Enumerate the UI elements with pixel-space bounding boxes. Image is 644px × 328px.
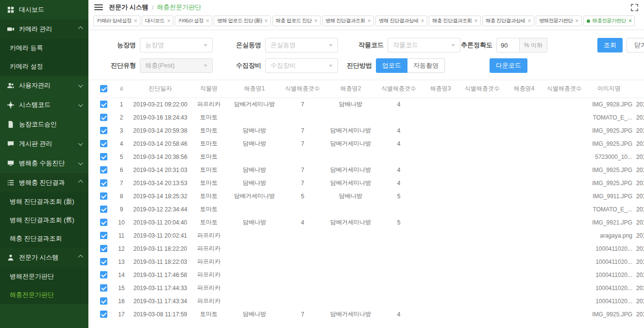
close-icon[interactable]: × <box>628 18 631 24</box>
tab[interactable]: 해충 진단결과상세× <box>482 16 534 26</box>
row-checkbox[interactable] <box>100 297 107 305</box>
cell-c2 <box>377 229 421 242</box>
tab[interactable]: 카메라 설정× <box>175 16 212 26</box>
tab[interactable]: 병해전문가판단× <box>536 16 582 26</box>
cell-reg: 201 <box>633 124 644 137</box>
row-checkbox[interactable] <box>100 271 107 278</box>
table-row[interactable]: 12019-03-21 09:22:00파프리카담배거세미나방7담배나방4IMG… <box>95 98 644 111</box>
active-tab-dot-icon <box>587 19 590 23</box>
table-row[interactable]: 162019-03-11 17:43:34파프리카1000411020...20… <box>95 294 644 308</box>
cell-p4 <box>504 216 544 229</box>
tab[interactable]: 병해 진단결과조회× <box>322 16 374 26</box>
row-checkbox[interactable] <box>100 258 107 265</box>
farm-select[interactable]: 농장명 <box>140 38 213 52</box>
crop-code-select[interactable]: 작물코드 <box>388 38 460 52</box>
chevron-down-icon <box>203 44 207 47</box>
sidebar-subitem[interactable]: 해충 진단결과조회 <box>0 229 88 248</box>
table-row[interactable]: 122019-03-11 18:22:20파프리카1000411020...20… <box>95 242 644 255</box>
row-checkbox[interactable] <box>100 179 107 187</box>
tab[interactable]: 대시보드× <box>142 16 173 26</box>
sidebar-subitem[interactable]: 병해 진단결과조회 (舊) <box>0 211 88 229</box>
table-row[interactable]: 32019-03-14 20:59:38토마토담배나방7담배거세미나방4IMG_… <box>95 124 644 137</box>
method-auto-button[interactable]: 자동촬영 <box>407 58 445 73</box>
row-checkbox[interactable] <box>100 232 107 239</box>
chevron-up-icon <box>78 255 83 259</box>
tab[interactable]: 해충 진단결과조회× <box>429 16 481 26</box>
table-row[interactable]: 142019-03-11 17:46:58파프리카1000411020...20… <box>95 268 644 281</box>
cell-crop: 파프리카 <box>189 98 228 111</box>
tab[interactable]: 카메라 상세설정× <box>93 16 140 26</box>
select-all-checkbox[interactable] <box>100 85 107 92</box>
cell-date: 2019-03-11 18:22:03 <box>131 255 189 268</box>
row-checkbox[interactable] <box>100 140 107 147</box>
tab[interactable]: 해충 업로드 진단× <box>272 16 321 26</box>
sidebar-subitem[interactable]: 카메라 등록 <box>0 39 88 57</box>
close-icon[interactable]: × <box>368 18 371 24</box>
tab[interactable]: 병해 업로드 진단 (新)× <box>214 16 271 26</box>
cell-c1: 5 <box>281 190 324 203</box>
row-checkbox[interactable] <box>100 284 107 292</box>
table-row[interactable]: 172019-03-08 11:17:59토마토담배나방7담배거세미나방4IMG… <box>95 308 644 321</box>
hamburger-menu-icon[interactable] <box>94 4 103 10</box>
greenhouse-select[interactable]: 온실동명 <box>265 38 338 52</box>
row-checkbox[interactable] <box>100 219 107 226</box>
row-checkbox[interactable] <box>100 206 107 213</box>
search-button[interactable]: 조회 <box>597 38 623 52</box>
table-row[interactable]: 42019-03-14 20:58:46토마토담배나방7담배거세미나방4IMG_… <box>95 137 644 150</box>
sidebar-subitem[interactable]: 병해전문가판단 <box>0 267 88 286</box>
table-row[interactable]: 72019-03-14 20:13:53토마토담배나방7담배거세미나방4IMG_… <box>95 176 644 190</box>
row-checkbox[interactable] <box>100 153 107 160</box>
sidebar-item[interactable]: 게시판 관리 <box>0 134 88 154</box>
close-button[interactable]: 닫기 <box>627 38 644 52</box>
close-icon[interactable]: × <box>575 18 578 24</box>
table-row[interactable]: 152019-03-11 17:44:33파프리카1000411020...20… <box>95 281 644 294</box>
cell-date: 2019-03-08 11:17:59 <box>131 308 189 321</box>
row-checkbox[interactable] <box>100 245 107 252</box>
table-row[interactable]: 22019-03-16 18:24:43토마토TOMATO_E_...2019 <box>95 111 644 124</box>
close-icon[interactable]: × <box>527 18 530 24</box>
cell-p4 <box>504 268 544 281</box>
sidebar-item[interactable]: 전문가 시스템 <box>0 248 88 267</box>
tab[interactable]: 해충전문가판단× <box>583 16 635 26</box>
col-header-no: # <box>112 80 131 98</box>
row-checkbox[interactable] <box>100 101 107 108</box>
cell-reg: 201 <box>633 216 644 229</box>
table-row[interactable]: 102019-03-11 20:04:40토마토담배나방4담배거세미나방5IMG… <box>95 216 644 229</box>
close-icon[interactable]: × <box>264 18 267 24</box>
cell-crop: 토마토 <box>189 203 228 216</box>
sidebar-item[interactable]: 카메라 관리 <box>0 19 88 39</box>
sidebar-subitem[interactable]: 해충전문가판단 <box>0 286 88 304</box>
row-checkbox[interactable] <box>100 166 107 173</box>
method-upload-button[interactable]: 업로드 <box>376 58 407 73</box>
row-checkbox[interactable] <box>100 311 107 318</box>
sidebar-item[interactable]: 병해충 수동진단 <box>0 154 88 173</box>
sidebar-item[interactable]: 농장코드승인 <box>0 115 88 134</box>
sidebar-item[interactable]: 대시보드 <box>0 0 88 19</box>
tab[interactable]: 병해 진단결과상세× <box>375 16 427 26</box>
table-row[interactable]: 92019-03-12 22:34:44토마토TOMATO_E_...2019 <box>95 203 644 216</box>
row-checkbox[interactable] <box>100 127 107 134</box>
table-row[interactable]: 132019-03-11 18:22:03파프리카1000411020...20… <box>95 255 644 268</box>
row-checkbox[interactable] <box>100 114 107 121</box>
accuracy-input[interactable] <box>496 38 520 52</box>
table-row[interactable]: 52019-03-14 20:38:56토마토5723000_10...201 <box>95 150 644 163</box>
close-icon[interactable]: × <box>421 18 424 24</box>
close-icon[interactable]: × <box>475 18 477 24</box>
table-row[interactable]: 62019-03-14 20:31:03토마토담배나방7담배거세미나방4IMG_… <box>95 163 644 176</box>
download-button[interactable]: 다운로드 <box>490 58 527 73</box>
sidebar-item[interactable]: 시스템코드 <box>0 95 88 115</box>
sidebar-item[interactable]: 병해충 진단결과 <box>0 173 88 192</box>
table-row[interactable]: 82019-03-14 18:25:32토마토담배거세미나방5담배나방5IMG_… <box>95 190 644 203</box>
close-icon[interactable]: × <box>314 18 317 24</box>
sidebar-subitem[interactable]: 병해 진단결과조회 (新) <box>0 192 88 211</box>
fullscreen-icon[interactable] <box>631 4 638 11</box>
close-icon[interactable]: × <box>134 18 137 24</box>
sidebar-item[interactable]: 사용자관리 <box>0 76 88 95</box>
device-select[interactable]: 수집장비 <box>265 58 338 73</box>
table-row[interactable]: 112019-03-11 20:02:41파프리카aragaya.png201 <box>95 229 644 242</box>
diagnosis-type-select[interactable]: 해충(Pest) <box>140 58 213 73</box>
close-icon[interactable]: × <box>167 18 170 24</box>
close-icon[interactable]: × <box>206 18 209 24</box>
sidebar-subitem[interactable]: 카메라 설정 <box>0 57 88 76</box>
row-checkbox[interactable] <box>100 192 107 200</box>
